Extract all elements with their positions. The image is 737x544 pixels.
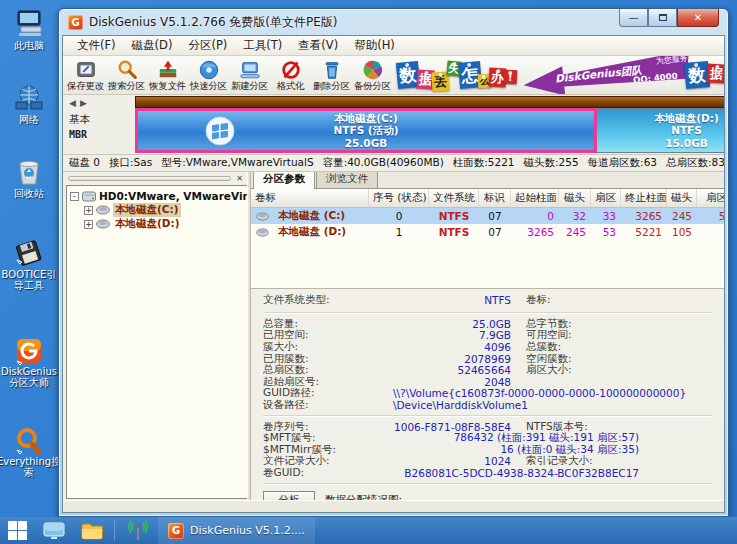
- menu-tools[interactable]: 工具(T): [235, 36, 290, 55]
- desktop-icon-label: 回收站: [14, 188, 44, 199]
- tab-browse-files[interactable]: 浏览文件: [316, 172, 378, 188]
- panel-gripper[interactable]: [68, 176, 231, 181]
- cell-end-cylinder: 3265: [621, 210, 667, 222]
- info-value: NTFS: [379, 294, 511, 306]
- col-start-head[interactable]: 磁头: [559, 189, 591, 207]
- search-partition-icon: [116, 59, 138, 81]
- col-id[interactable]: 标识: [479, 189, 511, 207]
- recover-files-button[interactable]: 恢复文件: [147, 57, 188, 93]
- menu-partition[interactable]: 分区(P): [180, 36, 235, 55]
- toolbar-label: 格式化: [277, 81, 305, 91]
- menu-file[interactable]: 文件(F): [69, 36, 124, 55]
- network-tray-icon[interactable]: [118, 517, 158, 544]
- disk-info-bar: 磁盘 0 接口:Sas 型号:VMware,VMwareVirtualS 容量:…: [63, 155, 724, 172]
- partition-d-name: 本地磁盘(D:): [654, 112, 719, 125]
- collapse-icon[interactable]: -: [70, 192, 79, 201]
- overview-side-labels: ◀ ▶ 基本 MBR: [63, 95, 133, 154]
- disk-cylinders: 柱面数:5221: [453, 156, 515, 170]
- title-bar[interactable]: G DiskGenius V5.1.2.766 免费版(单文件PE版) — ✕: [62, 9, 725, 35]
- col-filesystem[interactable]: 文件系统: [429, 189, 479, 207]
- partition-block-d[interactable]: 本地磁盘(D:) NTFS 15.0GB: [597, 108, 724, 153]
- table-row-d[interactable]: 本地磁盘 (D:) 1 NTFS 07 3265 245 53 5221 105…: [251, 224, 724, 240]
- maximize-button[interactable]: [648, 9, 677, 27]
- panel-close-icon[interactable]: ✕: [234, 173, 245, 184]
- desktop-icon-label-line2: 导工具: [14, 280, 44, 291]
- backup-partition-button[interactable]: 备份分区: [352, 57, 393, 93]
- table-row-c[interactable]: 本地磁盘 (C:) 0 NTFS 07 0 32 33 3265 245 52: [251, 208, 724, 224]
- info-value: B268081C-5DCD-4938-8324-BC0F32B8EC17: [379, 467, 639, 479]
- col-index-status[interactable]: 序号 (状态): [369, 189, 429, 207]
- info-value: 4096: [379, 341, 511, 353]
- taskbar-divider: [114, 521, 115, 541]
- menu-view[interactable]: 查看(V): [290, 36, 346, 55]
- expand-icon[interactable]: +: [84, 206, 93, 215]
- cell-index: 1: [369, 226, 429, 238]
- cell-volume: 本地磁盘 (D:): [273, 225, 351, 239]
- cell-end-head: 105: [667, 226, 697, 238]
- info-value: 25.0GB: [379, 318, 511, 330]
- tree-item-label: HD0:VMware, VMwareVirtualS(40GB): [99, 190, 247, 202]
- desktop-icon-label-line2: 分区大师: [9, 377, 49, 388]
- info-value: \\?\Volume{c160873f-0000-0000-0000-10000…: [379, 387, 686, 399]
- ad-tile[interactable]: !: [504, 70, 517, 85]
- format-button[interactable]: 格式化: [270, 57, 311, 93]
- col-volume-label[interactable]: 卷标: [251, 189, 369, 207]
- expand-icon[interactable]: +: [84, 220, 93, 229]
- prev-disk-arrow-icon[interactable]: ◀: [69, 98, 76, 108]
- desktop-icon-label: Everything搜: [0, 456, 61, 467]
- desktop-icon-bootice[interactable]: BOOTICE引 导工具: [0, 239, 58, 291]
- info-row-device-path: 设备路径:\Device\HarddiskVolume1: [263, 399, 724, 411]
- disk-graph: 本地磁盘(C:) NTFS (活动) 25.0GB 本地磁盘(D:) NTFS …: [133, 95, 724, 154]
- diskgenius-logo-icon: G: [68, 15, 83, 30]
- col-end-cylinder[interactable]: 终止柱面: [621, 189, 667, 207]
- desktop-icon-recycle-bin[interactable]: 回收站: [0, 156, 58, 199]
- tab-partition-params[interactable]: 分区参数: [253, 172, 315, 189]
- close-button[interactable]: ✕: [677, 9, 719, 27]
- info-row-volume-guid: 卷GUID:B268081C-5DCD-4938-8324-BC0F32B8EC…: [263, 467, 724, 479]
- col-start-sector[interactable]: 扇区: [591, 189, 621, 207]
- menu-disk[interactable]: 磁盘(D): [124, 36, 181, 55]
- diskgenius-icon: G: [168, 523, 184, 539]
- next-disk-arrow-icon[interactable]: ▶: [80, 98, 87, 108]
- format-icon: [280, 59, 302, 81]
- allocation-map-label: 数据分配情况图:: [325, 493, 402, 500]
- main-area: ✕ - HD0:VMware, VMwareVirtualS(40GB): [63, 172, 724, 500]
- ad-banner[interactable]: 数 据 丢 失 怎 么 办 ! DiskGenius团队 为您服务 QQ: 40…: [397, 57, 724, 93]
- table-header-row[interactable]: 卷标 序号 (状态) 文件系统 标识 起始柱面 磁头 扇区 终止柱面 磁头 扇区: [251, 189, 724, 208]
- desktop-icon-this-pc[interactable]: 此电脑: [0, 8, 58, 51]
- info-row-fstype: 文件系统类型: NTFS 卷标:: [263, 292, 724, 308]
- cell-start-cylinder: 3265: [511, 226, 559, 238]
- cell-end-head: 245: [667, 210, 697, 222]
- desktop-icon-network[interactable]: 网络: [0, 84, 58, 125]
- desktop-icon-everything[interactable]: Everything搜 索: [0, 426, 58, 478]
- col-end-head[interactable]: 磁头: [667, 189, 697, 207]
- partition-block-c[interactable]: 本地磁盘(C:) NTFS (活动) 25.0GB: [135, 108, 597, 153]
- disk-heads: 磁头数:255: [524, 156, 579, 170]
- quick-partition-button[interactable]: 快速分区: [188, 57, 229, 93]
- file-explorer-button[interactable]: [73, 517, 111, 544]
- menu-help[interactable]: 帮助(H): [346, 36, 403, 55]
- start-button[interactable]: [0, 517, 35, 544]
- display-button[interactable]: [35, 517, 73, 544]
- drive-icon: [256, 228, 269, 237]
- tree-item-disk-c[interactable]: + 本地磁盘(C:): [84, 203, 247, 217]
- taskbar-app-diskgenius[interactable]: G DiskGenius V5.1.2....: [158, 517, 315, 544]
- col-start-cylinder[interactable]: 起始柱面: [511, 189, 559, 207]
- tree-item-disk0[interactable]: - HD0:VMware, VMwareVirtualS(40GB): [70, 189, 247, 203]
- tree-item-disk-d[interactable]: + 本地磁盘(D:): [84, 217, 247, 231]
- new-partition-button[interactable]: 新建分区: [229, 57, 270, 93]
- recover-files-icon: [157, 59, 179, 81]
- partition-overview: ◀ ▶ 基本 MBR: [63, 95, 724, 155]
- desktop-icon-diskgenius[interactable]: DiskGenius 分区大师: [0, 336, 58, 388]
- cell-filesystem: NTFS: [429, 210, 479, 222]
- ad-arrow-banner[interactable]: DiskGenius团队 为您服务 QQ: 4000: [522, 56, 692, 95]
- col-end-sector[interactable]: 扇区: [697, 189, 724, 207]
- delete-partition-button[interactable]: 删除分区: [311, 57, 352, 93]
- ad-tile[interactable]: 据: [707, 64, 724, 84]
- partition-c-name: 本地磁盘(C:): [334, 112, 399, 125]
- partition-d-fs: NTFS: [654, 124, 719, 137]
- save-changes-button[interactable]: 保存更改: [65, 57, 106, 93]
- analyze-button[interactable]: 分析: [263, 491, 315, 500]
- minimize-button[interactable]: —: [619, 9, 648, 27]
- search-partition-button[interactable]: 搜索分区: [106, 57, 147, 93]
